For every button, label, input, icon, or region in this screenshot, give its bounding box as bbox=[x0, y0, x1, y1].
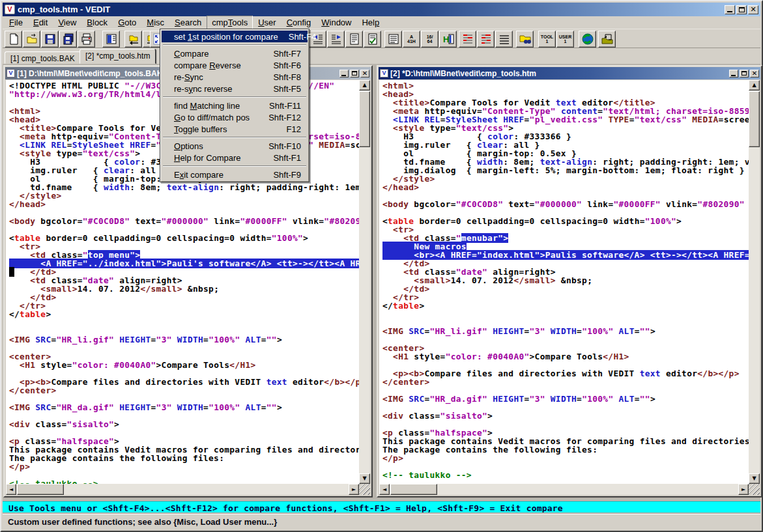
scroll-right-button[interactable]: ► bbox=[349, 484, 359, 495]
code-line: </style> bbox=[9, 191, 359, 200]
print-button[interactable] bbox=[78, 31, 95, 48]
compare-diff-fwd-button[interactable] bbox=[477, 31, 495, 48]
new-file-icon bbox=[7, 33, 20, 46]
menu-item-help-for-compare[interactable]: Help for CompareShft-F1 bbox=[162, 152, 308, 163]
cmptools-dropdown-menu: set 1st position for compareShft-F4Compa… bbox=[160, 29, 310, 182]
vertical-scrollbar[interactable]: ▲▼ bbox=[359, 80, 370, 484]
menubar-item-goto[interactable]: Goto bbox=[113, 16, 141, 30]
split-view-button[interactable] bbox=[102, 31, 120, 48]
scroll-up-button[interactable]: ▲ bbox=[359, 80, 370, 91]
pane-close-button[interactable]: ✕ bbox=[360, 70, 369, 77]
vertical-scrollbar[interactable]: ▲▼ bbox=[749, 80, 760, 484]
spell-check-button[interactable] bbox=[364, 31, 381, 48]
menubar-item-help[interactable]: Help bbox=[356, 16, 384, 30]
menu-item-set-1st-position-for-compare[interactable]: set 1st position for compareShft-F4 bbox=[162, 31, 308, 42]
minimize-button[interactable] bbox=[725, 5, 735, 14]
tool-1-button[interactable]: TOOL1 bbox=[538, 31, 556, 48]
html-mode-button[interactable]: H bbox=[439, 31, 457, 48]
buffer-tab-1[interactable]: [1] cmp_tools.BAK bbox=[5, 51, 81, 64]
title-bar: V cmp_tools.htm - VEDIT ✕ bbox=[3, 3, 760, 16]
horizontal-scroll-thumb[interactable] bbox=[390, 484, 437, 495]
resize-grip[interactable] bbox=[749, 484, 760, 495]
ascii-hex-button[interactable]: A41H bbox=[403, 31, 420, 48]
menubar-item-user[interactable]: User bbox=[253, 16, 281, 30]
scroll-down-button[interactable]: ▼ bbox=[359, 473, 370, 484]
code-line: <p><b>Compare files and directories with… bbox=[382, 369, 749, 378]
save-all-button[interactable] bbox=[59, 31, 77, 48]
pane-minimize-button[interactable] bbox=[729, 70, 738, 77]
prev-buffer-button[interactable] bbox=[124, 31, 142, 48]
code-area[interactable]: <html><head> <title>Compare Tools for Ve… bbox=[379, 80, 749, 484]
find-in-files-button[interactable] bbox=[516, 31, 534, 48]
user-1-icon: USER1 bbox=[559, 35, 571, 44]
close-button[interactable]: ✕ bbox=[748, 5, 758, 14]
horizontal-scrollbar[interactable]: ◄► bbox=[6, 484, 359, 495]
menubar-item-cmptools[interactable]: cmpTools bbox=[207, 16, 253, 30]
new-file-button[interactable] bbox=[5, 31, 22, 48]
vertical-scroll-thumb[interactable] bbox=[749, 91, 760, 147]
menu-item-go-to-diff-match-pos[interactable]: Go to diff/match posShft-F12 bbox=[162, 111, 308, 123]
compare-plain-button[interactable] bbox=[495, 31, 513, 48]
pane-minimize-button[interactable] bbox=[339, 70, 349, 77]
svg-text:H: H bbox=[443, 35, 449, 44]
pane-title: [2] *D:\html\MBnet\vedit\cmp_tools.htm bbox=[390, 69, 728, 78]
menu-item-compare-reverse[interactable]: compare ReverseShft-F6 bbox=[162, 59, 308, 71]
pane-maximize-button[interactable] bbox=[740, 70, 749, 77]
web-globe-button[interactable] bbox=[579, 31, 596, 48]
scroll-left-button[interactable]: ◄ bbox=[379, 484, 390, 495]
menubar-item-misc[interactable]: Misc bbox=[141, 16, 169, 30]
user-1-button[interactable]: USER1 bbox=[556, 31, 574, 48]
menubar-item-search[interactable]: Search bbox=[169, 16, 207, 30]
pane-close-button[interactable]: ✕ bbox=[750, 70, 759, 77]
menubar-item-file[interactable]: File bbox=[4, 16, 28, 30]
menu-item-toggle-buffers[interactable]: Toggle buffersF12 bbox=[162, 123, 308, 135]
menu-separator bbox=[163, 165, 306, 167]
vertical-scroll-thumb[interactable] bbox=[359, 91, 370, 147]
horizontal-scroll-thumb[interactable] bbox=[17, 484, 64, 495]
scroll-left-button[interactable]: ◄ bbox=[6, 484, 16, 495]
menubar-item-view[interactable]: View bbox=[53, 16, 81, 30]
menu-item-options[interactable]: OptionsShft-F10 bbox=[162, 140, 308, 152]
format-doc-button[interactable] bbox=[345, 31, 363, 48]
menu-item-exit-compare[interactable]: Exit compareShft-F9 bbox=[162, 169, 308, 180]
buffer-tab-2[interactable]: [2] *cmp_tools.htm bbox=[79, 49, 156, 64]
menu-item-re-sync-reverse[interactable]: re-sync reverseShft-F5 bbox=[162, 83, 308, 94]
resize-grip[interactable] bbox=[359, 484, 370, 495]
scroll-down-button[interactable]: ▼ bbox=[749, 473, 760, 484]
toolbar-group bbox=[102, 31, 121, 48]
compare-diff-back-button[interactable] bbox=[459, 31, 476, 48]
menu-item-label: set 1st position for compare bbox=[174, 32, 278, 42]
menubar-item-block[interactable]: Block bbox=[81, 16, 113, 30]
menu-item-label: find Matching line bbox=[174, 101, 240, 111]
menu-item-shortcut: Shft-F10 bbox=[258, 141, 301, 151]
menu-item-find-matching-line[interactable]: find Matching lineShft-F11 bbox=[162, 100, 308, 111]
open-file-button[interactable] bbox=[23, 31, 40, 48]
menu-item-shortcut: Shft-F7 bbox=[263, 49, 301, 59]
compare-plain-icon bbox=[498, 33, 511, 46]
maximize-button[interactable] bbox=[736, 5, 747, 14]
scroll-up-button[interactable]: ▲ bbox=[749, 80, 760, 91]
code-line: </p> bbox=[382, 454, 749, 462]
menubar-item-edit[interactable]: Edit bbox=[28, 16, 53, 30]
compare-diff-back-icon bbox=[461, 33, 474, 46]
view-doc-button[interactable] bbox=[384, 31, 402, 48]
indent-button[interactable] bbox=[327, 31, 345, 48]
menu-item-label: compare Reverse bbox=[174, 61, 241, 70]
menubar-item-window[interactable]: Window bbox=[316, 16, 356, 30]
code-line: <H1 style="color: #0040A0">Compare Tools… bbox=[9, 361, 359, 369]
scroll-right-button[interactable]: ► bbox=[738, 484, 749, 495]
exit-compare-button[interactable] bbox=[598, 31, 616, 48]
radix-16-64-button[interactable]: 16/64 bbox=[421, 31, 439, 48]
code-line: <IMG SRC="HR_da.gif" HEIGHT="3" WIDTH="1… bbox=[9, 403, 359, 412]
pane-maximize-button[interactable] bbox=[350, 70, 359, 77]
menu-item-compare[interactable]: CompareShft-F7 bbox=[162, 48, 308, 59]
horizontal-scrollbar[interactable]: ◄► bbox=[379, 484, 749, 495]
code-line: </td> bbox=[382, 285, 749, 293]
menu-item-re-sync[interactable]: re-SyncShft-F8 bbox=[162, 71, 308, 83]
compare-diff-fwd-icon bbox=[480, 33, 493, 46]
menubar-item-config[interactable]: Config bbox=[281, 16, 317, 30]
menu-item-label: Help for Compare bbox=[174, 153, 241, 163]
save-button[interactable] bbox=[41, 31, 59, 48]
code-line: </tr> bbox=[9, 301, 359, 310]
toolbar-group bbox=[598, 31, 616, 48]
